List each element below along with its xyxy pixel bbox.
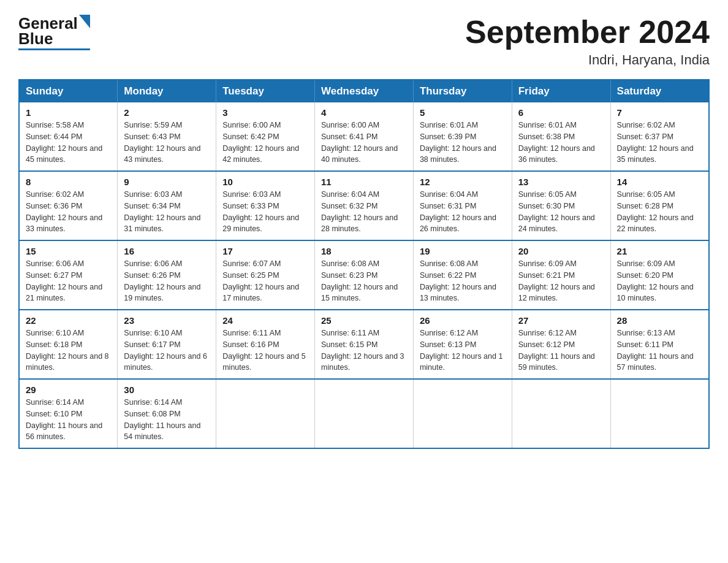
day-number: 23 (124, 315, 210, 326)
logo-triangle-icon (79, 15, 90, 28)
calendar-cell: 4 Sunrise: 6:00 AMSunset: 6:41 PMDayligh… (315, 102, 414, 171)
week-row-1: 1 Sunrise: 5:58 AMSunset: 6:44 PMDayligh… (19, 102, 709, 171)
week-row-3: 15 Sunrise: 6:06 AMSunset: 6:27 PMDaylig… (19, 240, 709, 310)
day-number: 6 (518, 107, 604, 118)
day-info: Sunrise: 6:06 AMSunset: 6:26 PMDaylight:… (124, 258, 210, 304)
calendar-cell: 7 Sunrise: 6:02 AMSunset: 6:37 PMDayligh… (610, 102, 709, 171)
day-number: 27 (518, 315, 604, 326)
week-row-2: 8 Sunrise: 6:02 AMSunset: 6:36 PMDayligh… (19, 171, 709, 240)
day-number: 4 (321, 107, 407, 118)
calendar-cell: 29 Sunrise: 6:14 AMSunset: 6:10 PMDaylig… (19, 379, 118, 448)
day-info: Sunrise: 6:05 AMSunset: 6:28 PMDaylight:… (617, 189, 702, 235)
calendar-cell: 28 Sunrise: 6:13 AMSunset: 6:11 PMDaylig… (610, 310, 709, 379)
day-info: Sunrise: 6:11 AMSunset: 6:16 PMDaylight:… (222, 327, 308, 373)
calendar-cell: 1 Sunrise: 5:58 AMSunset: 6:44 PMDayligh… (19, 102, 118, 171)
day-info: Sunrise: 6:04 AMSunset: 6:31 PMDaylight:… (420, 189, 506, 235)
day-number: 26 (420, 315, 506, 326)
calendar-cell: 20 Sunrise: 6:09 AMSunset: 6:21 PMDaylig… (512, 240, 610, 310)
calendar-cell: 14 Sunrise: 6:05 AMSunset: 6:28 PMDaylig… (610, 171, 709, 240)
day-info: Sunrise: 6:03 AMSunset: 6:33 PMDaylight:… (222, 189, 308, 235)
day-number: 10 (222, 177, 308, 187)
svg-marker-0 (79, 15, 90, 28)
calendar-cell (512, 379, 610, 448)
day-number: 5 (420, 107, 506, 118)
weekday-header-row: SundayMondayTuesdayWednesdayThursdayFrid… (19, 80, 709, 102)
day-info: Sunrise: 6:01 AMSunset: 6:39 PMDaylight:… (420, 120, 506, 166)
calendar-cell (216, 379, 315, 448)
day-info: Sunrise: 6:11 AMSunset: 6:15 PMDaylight:… (321, 327, 407, 373)
calendar-cell: 10 Sunrise: 6:03 AMSunset: 6:33 PMDaylig… (216, 171, 315, 240)
calendar-cell: 12 Sunrise: 6:04 AMSunset: 6:31 PMDaylig… (413, 171, 512, 240)
weekday-header-wednesday: Wednesday (315, 80, 414, 102)
day-info: Sunrise: 6:00 AMSunset: 6:41 PMDaylight:… (321, 120, 407, 166)
calendar-cell: 25 Sunrise: 6:11 AMSunset: 6:15 PMDaylig… (315, 310, 414, 379)
weekday-header-thursday: Thursday (413, 80, 512, 102)
weekday-header-saturday: Saturday (610, 80, 709, 102)
day-number: 1 (26, 107, 111, 118)
day-info: Sunrise: 6:03 AMSunset: 6:34 PMDaylight:… (124, 189, 210, 235)
calendar-cell: 17 Sunrise: 6:07 AMSunset: 6:25 PMDaylig… (216, 240, 315, 310)
logo-underline (18, 48, 90, 50)
day-number: 8 (26, 177, 111, 187)
day-number: 18 (321, 246, 407, 256)
day-number: 14 (617, 177, 702, 187)
header: General Blue September 2024 Indri, Harya… (18, 15, 710, 68)
day-info: Sunrise: 5:59 AMSunset: 6:43 PMDaylight:… (124, 120, 210, 166)
calendar-cell: 13 Sunrise: 6:05 AMSunset: 6:30 PMDaylig… (512, 171, 610, 240)
day-number: 2 (124, 107, 210, 118)
calendar-cell: 15 Sunrise: 6:06 AMSunset: 6:27 PMDaylig… (19, 240, 118, 310)
calendar-cell: 24 Sunrise: 6:11 AMSunset: 6:16 PMDaylig… (216, 310, 315, 379)
day-info: Sunrise: 6:09 AMSunset: 6:20 PMDaylight:… (617, 258, 702, 304)
calendar-cell: 9 Sunrise: 6:03 AMSunset: 6:34 PMDayligh… (118, 171, 216, 240)
day-number: 28 (617, 315, 702, 326)
day-number: 24 (222, 315, 308, 326)
day-info: Sunrise: 6:02 AMSunset: 6:36 PMDaylight:… (26, 189, 111, 235)
day-number: 13 (518, 177, 604, 187)
calendar-cell: 22 Sunrise: 6:10 AMSunset: 6:18 PMDaylig… (19, 310, 118, 379)
day-number: 7 (617, 107, 702, 118)
day-info: Sunrise: 6:14 AMSunset: 6:08 PMDaylight:… (124, 397, 210, 443)
weekday-header-monday: Monday (118, 80, 216, 102)
calendar-cell: 11 Sunrise: 6:04 AMSunset: 6:32 PMDaylig… (315, 171, 414, 240)
day-info: Sunrise: 6:14 AMSunset: 6:10 PMDaylight:… (26, 397, 111, 443)
day-number: 21 (617, 246, 702, 256)
day-info: Sunrise: 6:08 AMSunset: 6:23 PMDaylight:… (321, 258, 407, 304)
calendar-cell: 8 Sunrise: 6:02 AMSunset: 6:36 PMDayligh… (19, 171, 118, 240)
weekday-header-sunday: Sunday (19, 80, 118, 102)
day-info: Sunrise: 6:09 AMSunset: 6:21 PMDaylight:… (518, 258, 604, 304)
calendar-cell (610, 379, 709, 448)
day-info: Sunrise: 6:10 AMSunset: 6:17 PMDaylight:… (124, 327, 210, 373)
day-number: 19 (420, 246, 506, 256)
weekday-header-friday: Friday (512, 80, 610, 102)
day-number: 15 (26, 246, 111, 256)
day-number: 16 (124, 246, 210, 256)
day-info: Sunrise: 6:06 AMSunset: 6:27 PMDaylight:… (26, 258, 111, 304)
title-block: September 2024 Indri, Haryana, India (465, 15, 710, 68)
day-number: 12 (420, 177, 506, 187)
logo: General Blue (18, 15, 90, 50)
day-info: Sunrise: 6:13 AMSunset: 6:11 PMDaylight:… (617, 327, 702, 373)
calendar-cell: 30 Sunrise: 6:14 AMSunset: 6:08 PMDaylig… (118, 379, 216, 448)
day-info: Sunrise: 6:12 AMSunset: 6:13 PMDaylight:… (420, 327, 506, 373)
calendar-cell: 19 Sunrise: 6:08 AMSunset: 6:22 PMDaylig… (413, 240, 512, 310)
day-number: 3 (222, 107, 308, 118)
logo-blue: Blue (18, 29, 53, 48)
day-info: Sunrise: 6:07 AMSunset: 6:25 PMDaylight:… (222, 258, 308, 304)
calendar-cell: 18 Sunrise: 6:08 AMSunset: 6:23 PMDaylig… (315, 240, 414, 310)
day-info: Sunrise: 6:01 AMSunset: 6:38 PMDaylight:… (518, 120, 604, 166)
day-info: Sunrise: 6:08 AMSunset: 6:22 PMDaylight:… (420, 258, 506, 304)
day-number: 17 (222, 246, 308, 256)
calendar-cell: 26 Sunrise: 6:12 AMSunset: 6:13 PMDaylig… (413, 310, 512, 379)
calendar-cell: 23 Sunrise: 6:10 AMSunset: 6:17 PMDaylig… (118, 310, 216, 379)
day-number: 20 (518, 246, 604, 256)
week-row-5: 29 Sunrise: 6:14 AMSunset: 6:10 PMDaylig… (19, 379, 709, 448)
weekday-header-tuesday: Tuesday (216, 80, 315, 102)
day-number: 30 (124, 385, 210, 395)
calendar-cell: 6 Sunrise: 6:01 AMSunset: 6:38 PMDayligh… (512, 102, 610, 171)
day-info: Sunrise: 6:04 AMSunset: 6:32 PMDaylight:… (321, 189, 407, 235)
day-number: 22 (26, 315, 111, 326)
calendar-table: SundayMondayTuesdayWednesdayThursdayFrid… (18, 79, 710, 449)
calendar-cell: 5 Sunrise: 6:01 AMSunset: 6:39 PMDayligh… (413, 102, 512, 171)
day-number: 9 (124, 177, 210, 187)
calendar-cell: 16 Sunrise: 6:06 AMSunset: 6:26 PMDaylig… (118, 240, 216, 310)
